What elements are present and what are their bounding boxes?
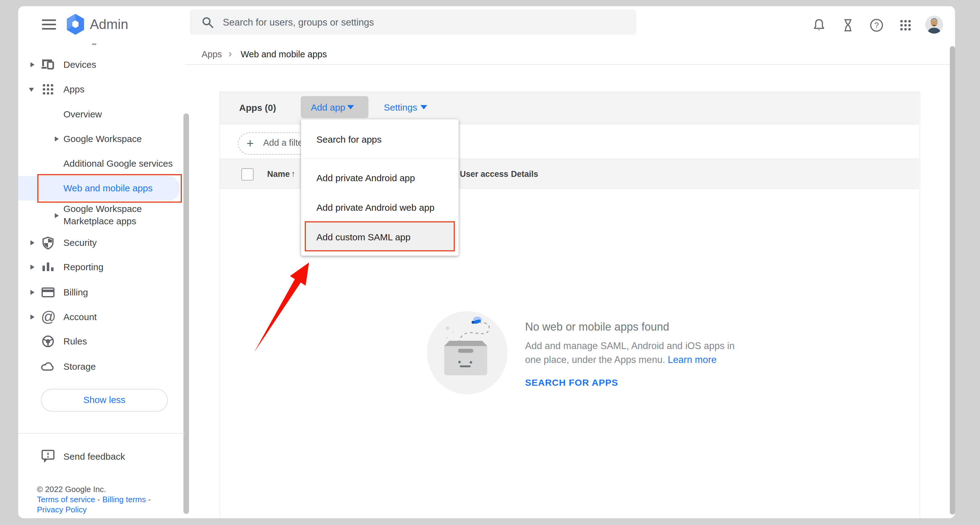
search-icon xyxy=(201,16,215,29)
copyright-text: © 2022 Google Inc. xyxy=(37,484,106,495)
tasks-hourglass-icon[interactable] xyxy=(841,18,855,33)
breadcrumb-separator-icon: › xyxy=(228,47,232,59)
notifications-icon[interactable] xyxy=(811,18,826,33)
empty-state-title: No web or mobile apps found xyxy=(525,320,669,334)
add-app-dropdown-arrow-icon[interactable] xyxy=(347,105,354,109)
column-header-user-access[interactable]: User access xyxy=(460,168,509,180)
global-search xyxy=(190,10,636,35)
google-admin-logo-icon xyxy=(65,14,86,35)
annotation-box-web-and-mobile-apps xyxy=(37,174,182,203)
send-feedback-icon xyxy=(41,450,54,463)
menu-item-add-custom-saml-app[interactable]: Add custom SAML app xyxy=(317,230,410,244)
main-menu-icon[interactable] xyxy=(42,19,56,30)
chevron-right-icon[interactable] xyxy=(30,314,35,319)
footer-separator: - xyxy=(95,495,102,504)
devices-icon xyxy=(41,58,55,72)
learn-more-link[interactable]: Learn more xyxy=(668,354,717,365)
google-admin-console: Admin ? Apps › xyxy=(0,0,980,525)
send-feedback-button[interactable]: Send feedback xyxy=(64,450,125,463)
chevron-right-icon[interactable] xyxy=(55,213,59,218)
empty-box-illustration xyxy=(426,311,509,396)
scrolled-item-sliver xyxy=(92,43,96,45)
sidebar-item-storage[interactable]: Storage xyxy=(64,360,96,373)
plus-icon: + xyxy=(247,137,254,150)
sidebar-item-billing[interactable]: Billing xyxy=(64,286,88,299)
breadcrumb-parent[interactable]: Apps xyxy=(202,48,222,61)
search-for-apps-link[interactable]: SEARCH FOR APPS xyxy=(525,377,618,389)
search-input[interactable] xyxy=(222,10,624,35)
breadcrumb-current: Web and mobile apps xyxy=(241,48,327,61)
breadcrumb-divider xyxy=(185,64,950,65)
show-less-button[interactable]: Show less xyxy=(41,389,168,412)
sort-ascending-icon[interactable]: ↑ xyxy=(291,168,296,180)
sidebar-item-devices[interactable]: Devices xyxy=(64,58,96,72)
sidebar-item-gw-marketplace-apps[interactable]: Google Workspace Marketplace apps xyxy=(64,203,168,227)
empty-state-line1: Add and manage SAML, Android and iOS app… xyxy=(525,340,735,351)
reporting-chart-icon xyxy=(41,261,54,274)
menu-item-add-private-android-app[interactable]: Add private Android app xyxy=(317,171,415,185)
sidebar-footer-divider xyxy=(18,433,185,434)
sidebar-item-apps[interactable]: Apps xyxy=(64,83,84,96)
svg-text:?: ? xyxy=(874,21,879,30)
column-header-details[interactable]: Details xyxy=(511,168,538,180)
account-at-icon: @ xyxy=(41,308,56,326)
storage-cloud-icon xyxy=(41,360,55,373)
footer-separator: - xyxy=(146,495,151,504)
sidebar-item-rules[interactable]: Rules xyxy=(64,335,87,348)
security-shield-icon xyxy=(41,236,54,250)
chevron-right-icon[interactable] xyxy=(55,137,59,141)
add-app-dropdown-menu: Search for apps Add private Android app … xyxy=(301,119,458,256)
select-all-checkbox[interactable] xyxy=(241,168,254,180)
chevron-down-icon[interactable] xyxy=(29,88,34,92)
chevron-right-icon[interactable] xyxy=(30,62,35,67)
sidebar-item-google-workspace[interactable]: Google Workspace xyxy=(64,132,142,146)
rules-icon xyxy=(41,335,54,348)
apps-count-title: Apps (0) xyxy=(239,101,276,115)
menu-item-add-private-android-web-app[interactable]: Add private Android web app xyxy=(317,201,434,214)
chevron-right-icon[interactable] xyxy=(30,265,35,270)
sidebar-item-additional-google-services[interactable]: Additional Google services xyxy=(64,157,173,171)
apps-grid-icon[interactable] xyxy=(898,18,913,33)
settings-dropdown-arrow-icon[interactable] xyxy=(420,105,427,109)
settings-button[interactable]: Settings xyxy=(384,101,417,114)
add-filter-label: Add a filter xyxy=(263,138,306,148)
user-avatar[interactable] xyxy=(925,16,943,34)
main-scrollbar[interactable] xyxy=(950,46,955,514)
billing-terms-link[interactable]: Billing terms xyxy=(102,495,146,504)
annotation-arrow xyxy=(246,256,317,357)
apps-icon xyxy=(41,83,54,96)
chevron-right-icon[interactable] xyxy=(30,240,35,245)
sidebar-item-overview[interactable]: Overview xyxy=(64,107,102,121)
empty-state-description: Add and manage SAML, Android and iOS app… xyxy=(525,339,747,367)
chevron-right-icon[interactable] xyxy=(30,290,35,295)
sidebar-item-security[interactable]: Security xyxy=(64,236,97,250)
menu-item-search-for-apps[interactable]: Search for apps xyxy=(317,133,382,146)
sidebar-item-account[interactable]: Account xyxy=(64,310,97,324)
footer-links: Terms of service - Billing terms - Priva… xyxy=(37,495,172,515)
terms-of-service-link[interactable]: Terms of service xyxy=(37,495,95,504)
privacy-policy-link[interactable]: Privacy Policy xyxy=(37,505,87,514)
sidebar-item-reporting[interactable]: Reporting xyxy=(64,260,103,274)
add-app-button-label[interactable]: Add app xyxy=(311,101,345,114)
product-title: Admin xyxy=(90,14,128,35)
billing-card-icon xyxy=(41,286,54,299)
sidebar-scrollbar[interactable] xyxy=(183,113,189,514)
help-icon[interactable]: ? xyxy=(869,18,884,33)
empty-state-line2: one place, under the Apps menu. xyxy=(525,354,668,365)
menu-divider xyxy=(301,158,458,159)
column-header-name[interactable]: Name xyxy=(267,168,290,180)
